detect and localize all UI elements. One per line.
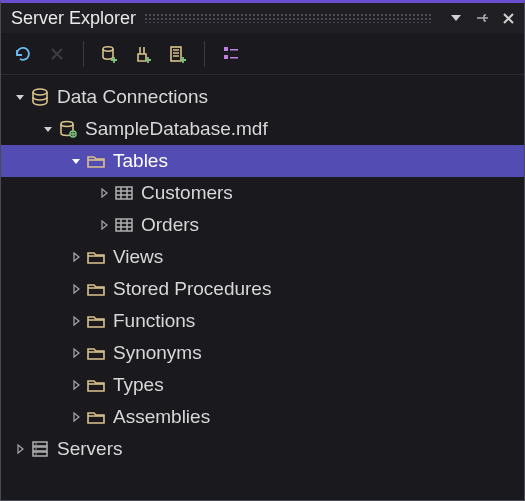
- panel-title: Server Explorer: [11, 8, 136, 29]
- node-stored-procedures[interactable]: Stored Procedures: [1, 273, 524, 305]
- table-icon: [113, 214, 135, 236]
- stop-button: [43, 40, 71, 68]
- add-service-button[interactable]: [164, 40, 192, 68]
- node-label: Tables: [113, 150, 168, 172]
- node-label: Assemblies: [113, 406, 210, 428]
- expander-icon[interactable]: [67, 316, 85, 326]
- svg-point-16: [35, 453, 37, 455]
- titlebar-grip: [144, 13, 432, 23]
- svg-rect-1: [171, 47, 181, 61]
- svg-point-7: [61, 122, 73, 127]
- folder-icon: [85, 374, 107, 396]
- table-icon: [113, 182, 135, 204]
- node-label: Customers: [141, 182, 233, 204]
- folder-icon: [85, 310, 107, 332]
- sort-category-button[interactable]: [217, 40, 245, 68]
- toolbar: [1, 33, 524, 75]
- database-stack-icon: [29, 86, 51, 108]
- panel-titlebar: Server Explorer: [1, 3, 524, 33]
- svg-rect-13: [33, 452, 47, 456]
- connect-database-button[interactable]: [96, 40, 124, 68]
- expander-icon[interactable]: [67, 252, 85, 262]
- svg-point-0: [103, 46, 113, 50]
- node-views[interactable]: Views: [1, 241, 524, 273]
- node-tables[interactable]: Tables: [1, 145, 524, 177]
- node-label: Functions: [113, 310, 195, 332]
- svg-rect-4: [224, 55, 228, 59]
- expander-icon[interactable]: [67, 156, 85, 166]
- folder-icon: [85, 406, 107, 428]
- expander-icon[interactable]: [95, 188, 113, 198]
- node-orders[interactable]: Orders: [1, 209, 524, 241]
- pin-icon[interactable]: [472, 8, 492, 28]
- folder-icon: [85, 278, 107, 300]
- expander-icon[interactable]: [67, 380, 85, 390]
- node-synonyms[interactable]: Synonyms: [1, 337, 524, 369]
- node-label: Data Connections: [57, 86, 208, 108]
- node-assemblies[interactable]: Assemblies: [1, 401, 524, 433]
- window-dropdown-icon[interactable]: [446, 8, 466, 28]
- svg-rect-9: [116, 187, 132, 199]
- node-label: Orders: [141, 214, 199, 236]
- svg-rect-3: [230, 49, 238, 51]
- expander-icon[interactable]: [67, 284, 85, 294]
- node-label: Stored Procedures: [113, 278, 271, 300]
- expander-icon[interactable]: [11, 444, 29, 454]
- node-data-connections[interactable]: Data Connections: [1, 81, 524, 113]
- database-icon: [57, 118, 79, 140]
- expander-icon[interactable]: [95, 220, 113, 230]
- toolbar-divider-2: [204, 41, 205, 67]
- toolbar-divider: [83, 41, 84, 67]
- refresh-button[interactable]: [9, 40, 37, 68]
- svg-point-14: [35, 443, 37, 445]
- svg-point-6: [33, 89, 47, 95]
- node-label: Types: [113, 374, 164, 396]
- svg-rect-2: [224, 47, 228, 51]
- expander-icon[interactable]: [11, 92, 29, 102]
- node-customers[interactable]: Customers: [1, 177, 524, 209]
- node-label: SampleDatabase.mdf: [85, 118, 268, 140]
- server-icon: [29, 438, 51, 460]
- svg-point-15: [35, 448, 37, 450]
- folder-icon: [85, 246, 107, 268]
- svg-rect-12: [33, 447, 47, 451]
- node-label: Servers: [57, 438, 122, 460]
- expander-icon[interactable]: [67, 348, 85, 358]
- connect-server-button[interactable]: [130, 40, 158, 68]
- node-servers[interactable]: Servers: [1, 433, 524, 465]
- node-label: Synonyms: [113, 342, 202, 364]
- svg-rect-10: [116, 219, 132, 231]
- folder-icon: [85, 342, 107, 364]
- svg-rect-5: [230, 57, 238, 59]
- node-functions[interactable]: Functions: [1, 305, 524, 337]
- node-types[interactable]: Types: [1, 369, 524, 401]
- folder-icon: [85, 150, 107, 172]
- expander-icon[interactable]: [39, 124, 57, 134]
- svg-rect-11: [33, 442, 47, 446]
- tree-view[interactable]: Data Connections SampleDatabase.mdf Tabl…: [1, 75, 524, 465]
- expander-icon[interactable]: [67, 412, 85, 422]
- node-sample-database[interactable]: SampleDatabase.mdf: [1, 113, 524, 145]
- node-label: Views: [113, 246, 163, 268]
- close-icon[interactable]: [498, 8, 518, 28]
